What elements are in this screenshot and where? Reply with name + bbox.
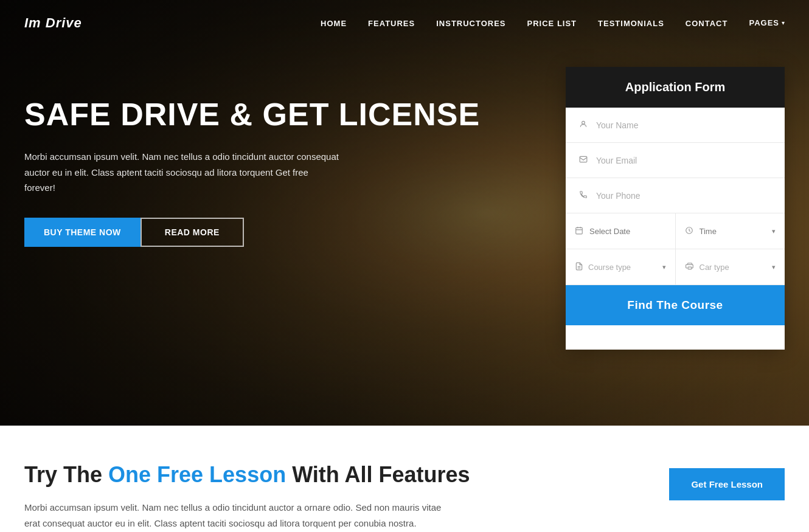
hero-section: SAFE DRIVE & GET LICENSE Morbi accumsan … (0, 0, 809, 426)
svg-rect-1 (580, 156, 587, 162)
get-free-lesson-button[interactable]: Get Free Lesson (669, 468, 785, 500)
bottom-section: Try The One Free Lesson With All Feature… (0, 426, 809, 532)
hero-buttons: Buy Theme Now Read More (24, 218, 541, 247)
hero-content: SAFE DRIVE & GET LICENSE Morbi accumsan … (0, 0, 809, 426)
time-chevron-icon: ▾ (772, 227, 776, 235)
email-input[interactable] (596, 156, 773, 165)
nav-features[interactable]: FEATURES (368, 19, 415, 28)
course-type-label: Course type (588, 263, 658, 272)
car-icon (685, 262, 695, 272)
car-type-label: Car type (700, 263, 768, 272)
car-type-chevron-icon: ▾ (772, 263, 776, 271)
nav-instructores[interactable]: INSTRUCTORES (436, 19, 505, 28)
calendar-icon (575, 226, 583, 237)
nav-pages[interactable]: PAGES (749, 18, 779, 27)
bottom-description: Morbi accumsan ipsum velit. Nam nec tell… (24, 500, 450, 531)
form-footer (566, 325, 785, 350)
course-type-chevron-icon: ▾ (662, 263, 666, 271)
buy-theme-button[interactable]: Buy Theme Now (24, 218, 141, 247)
name-field-row (566, 108, 785, 143)
nav-pages-item[interactable]: PAGES ▾ (749, 18, 785, 27)
read-more-button[interactable]: Read More (141, 218, 244, 247)
date-time-row: ▾ (566, 213, 785, 249)
date-input[interactable] (589, 227, 666, 236)
hero-description: Morbi accumsan ipsum velit. Nam nec tell… (24, 149, 341, 196)
bottom-title-highlight: One Free Lesson (108, 462, 286, 487)
nav-contact[interactable]: CONTACT (686, 19, 728, 28)
user-icon (578, 120, 589, 130)
bottom-left-content: Try The One Free Lesson With All Feature… (24, 462, 645, 531)
form-header: Application Form (566, 67, 785, 108)
clock-icon (685, 226, 693, 237)
car-type-field[interactable]: Car type ▾ (676, 249, 785, 285)
bottom-title-suffix: With All Features (286, 462, 470, 487)
course-doc-icon (575, 262, 583, 272)
phone-icon (578, 190, 589, 201)
bottom-title: Try The One Free Lesson With All Feature… (24, 462, 645, 488)
form-title: Application Form (625, 80, 725, 94)
nav-testimonials[interactable]: TESTIMONIALS (598, 19, 664, 28)
nav-list: HOME FEATURES INSTRUCTORES PRICE LIST TE… (321, 18, 785, 29)
hero-title: SAFE DRIVE & GET LICENSE (24, 97, 541, 132)
pages-chevron-icon: ▾ (782, 19, 785, 26)
course-type-field[interactable]: Course type ▾ (566, 249, 676, 285)
find-course-button[interactable]: Find The Course (566, 285, 785, 325)
navbar: Im Drive HOME FEATURES INSTRUCTORES PRIC… (0, 0, 809, 46)
email-icon (578, 155, 589, 165)
bottom-right-cta: Get Free Lesson (669, 462, 785, 500)
svg-point-0 (582, 121, 585, 124)
brand-logo[interactable]: Im Drive (24, 15, 82, 31)
application-form-container: Application Form (566, 67, 785, 350)
bottom-title-prefix: Try The (24, 462, 108, 487)
time-field: ▾ (676, 213, 785, 249)
name-input[interactable] (596, 120, 773, 130)
svg-rect-6 (688, 267, 692, 269)
time-input[interactable] (700, 227, 766, 236)
phone-field-row (566, 178, 785, 213)
application-form: Application Form (566, 67, 785, 350)
date-field (566, 213, 676, 249)
email-field-row (566, 143, 785, 178)
hero-text-block: SAFE DRIVE & GET LICENSE Morbi accumsan … (24, 61, 541, 247)
nav-price-list[interactable]: PRICE LIST (527, 19, 577, 28)
svg-rect-2 (576, 227, 583, 234)
phone-input[interactable] (596, 191, 773, 201)
course-car-row: Course type ▾ Car type ▾ (566, 249, 785, 285)
form-body: ▾ Course type ▾ (566, 108, 785, 350)
nav-home[interactable]: HOME (321, 19, 347, 28)
